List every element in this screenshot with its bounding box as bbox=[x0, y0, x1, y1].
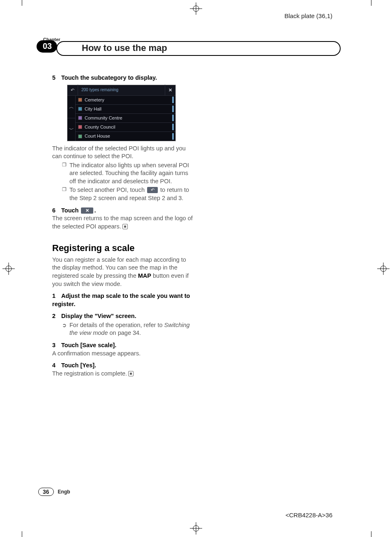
indicator-bar bbox=[172, 115, 174, 121]
step-title-a: Touch bbox=[61, 207, 80, 214]
reference-item: For details of the operation, refer to S… bbox=[62, 321, 194, 337]
page-number-badge: 36 bbox=[38, 488, 54, 496]
step-5: 5Touch the subcategory to display. ↶ 200… bbox=[52, 74, 194, 203]
content-column: 5Touch the subcategory to display. ↶ 200… bbox=[52, 71, 194, 378]
chapter-title: How to use the map bbox=[56, 41, 341, 56]
registration-mark-icon bbox=[377, 263, 390, 275]
list-item: County Council bbox=[76, 123, 175, 132]
crop-mark bbox=[22, 531, 22, 537]
chapter-number-badge: 03 bbox=[37, 40, 57, 53]
intro-bold: MAP bbox=[138, 272, 151, 279]
poi-icon bbox=[78, 116, 82, 120]
poi-icon bbox=[78, 134, 82, 138]
step-heading: 5Touch the subcategory to display. bbox=[52, 74, 194, 82]
reg-step-1: 1Adjust the map scale to the scale you w… bbox=[52, 292, 194, 308]
svg-point-6 bbox=[6, 266, 12, 272]
section-end-icon bbox=[128, 371, 134, 376]
poi-list: Cemetery City Hall Community Centre Coun… bbox=[76, 96, 175, 141]
step-title-b: . bbox=[94, 207, 96, 214]
screenshot-header: ↶ 200 types remaining ✕ bbox=[67, 85, 175, 96]
indicator-bar bbox=[172, 97, 174, 103]
step-number: 3 bbox=[52, 341, 61, 350]
registration-mark-icon bbox=[2, 263, 15, 275]
crop-mark bbox=[22, 0, 22, 6]
screenshot-title: 200 types remaining bbox=[78, 87, 165, 93]
chevron-up-icon: ︿ bbox=[67, 96, 76, 118]
svg-point-9 bbox=[380, 266, 386, 272]
ref-text-b: on page 34. bbox=[108, 330, 141, 336]
reg-step-4: 4Touch [Yes]. The registration is comple… bbox=[52, 362, 194, 378]
page-frame: Chapter 03 How to use the map 5Touch the… bbox=[22, 6, 371, 531]
step-6: 6Touch ✕. The screen returns to the map … bbox=[52, 207, 194, 231]
scroll-buttons: ︿ ﹀ bbox=[67, 96, 76, 141]
screenshot-body: ︿ ﹀ Cemetery City Hall Community Centre … bbox=[67, 96, 175, 141]
crop-mark bbox=[371, 0, 371, 6]
paragraph-text: The registration is complete. bbox=[52, 370, 127, 377]
list-label: City Hall bbox=[85, 106, 172, 112]
step-paragraph: The indicator of the selected POI lights… bbox=[52, 145, 194, 161]
step-paragraph: The registration is complete. bbox=[52, 370, 194, 378]
svg-text:↶: ↶ bbox=[151, 187, 154, 192]
indicator-bar bbox=[172, 106, 174, 112]
section-end-icon bbox=[122, 224, 128, 229]
reg-step-3: 3Touch [Save scale]. A confirmation mess… bbox=[52, 341, 194, 357]
step-number: 5 bbox=[52, 74, 61, 82]
step-title: Touch [Yes]. bbox=[61, 362, 96, 369]
step-title: Touch [Save scale]. bbox=[61, 342, 116, 348]
step-heading: 4Touch [Yes]. bbox=[52, 362, 194, 370]
device-screenshot: ↶ 200 types remaining ✕ ︿ ﹀ Cemetery Cit… bbox=[67, 85, 176, 141]
step-bullets: The indicator also lights up when severa… bbox=[62, 161, 194, 203]
close-icon: ✕ bbox=[165, 85, 175, 95]
section-intro: You can register a scale for each map ac… bbox=[52, 256, 194, 288]
list-label: Court House bbox=[85, 133, 172, 139]
close-button-icon: ✕ bbox=[81, 207, 93, 214]
step-heading: 2Display the "View" screen. bbox=[52, 312, 194, 320]
ref-text-a: For details of the operation, refer to bbox=[69, 322, 164, 328]
step-number: 4 bbox=[52, 362, 61, 370]
step-number: 6 bbox=[52, 207, 61, 215]
step-heading: 1Adjust the map scale to the scale you w… bbox=[52, 292, 194, 308]
crop-mark bbox=[371, 531, 371, 537]
step-title: Adjust the map scale to the scale you wa… bbox=[52, 293, 190, 307]
chevron-down-icon: ﹀ bbox=[67, 118, 76, 141]
bullet-item: The indicator also lights up when severa… bbox=[62, 161, 194, 186]
reg-step-2: 2Display the "View" screen. For details … bbox=[52, 312, 194, 337]
svg-text:✕: ✕ bbox=[85, 208, 89, 213]
back-button-icon: ↶ bbox=[147, 187, 158, 193]
step-heading: 3Touch [Save scale]. bbox=[52, 341, 194, 350]
indicator-bar bbox=[172, 124, 174, 130]
list-label: County Council bbox=[85, 124, 172, 130]
step-paragraph: The screen returns to the map screen and… bbox=[52, 214, 194, 230]
step-paragraph: A confirmation message appears. bbox=[52, 350, 194, 358]
list-item: City Hall bbox=[76, 105, 175, 114]
language-code: Engb bbox=[58, 489, 70, 495]
step-title: Display the "View" screen. bbox=[61, 313, 136, 319]
list-label: Community Centre bbox=[85, 115, 172, 121]
poi-icon bbox=[78, 98, 82, 102]
bullet-text-a: To select another POI, touch bbox=[69, 187, 146, 193]
step-title: Touch the subcategory to display. bbox=[61, 74, 157, 81]
step-number: 2 bbox=[52, 312, 61, 320]
back-icon: ↶ bbox=[67, 85, 78, 95]
list-label: Cemetery bbox=[85, 97, 172, 103]
step-number: 1 bbox=[52, 292, 61, 300]
list-item: Community Centre bbox=[76, 114, 175, 123]
page-footer: 36 Engb bbox=[38, 488, 70, 496]
section-heading: Registering a scale bbox=[52, 242, 194, 254]
step-heading: 6Touch ✕. bbox=[52, 207, 194, 215]
list-item: Court House bbox=[76, 132, 175, 141]
poi-icon bbox=[78, 107, 82, 111]
poi-icon bbox=[78, 125, 82, 129]
indicator-bar bbox=[172, 133, 174, 140]
bullet-item: To select another POI, touch ↶ to return… bbox=[62, 186, 194, 202]
list-item: Cemetery bbox=[76, 96, 175, 105]
